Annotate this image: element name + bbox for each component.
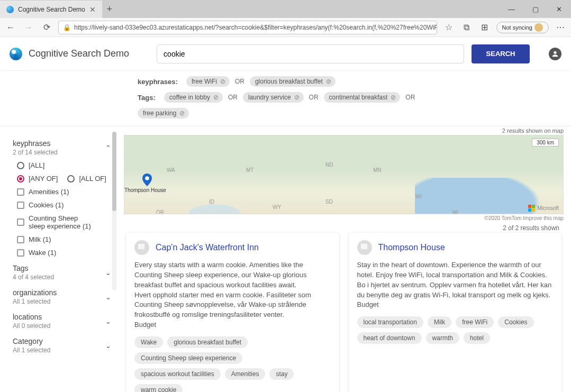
user-avatar-icon[interactable] — [549, 48, 561, 60]
result-tag[interactable]: warmth — [426, 332, 459, 344]
refresh-button[interactable]: ⟳ — [40, 22, 53, 32]
remove-chip-icon[interactable]: ⊘ — [213, 94, 219, 101]
facet-mode-allof[interactable]: [ALL OF] — [67, 175, 106, 183]
favorite-button[interactable]: ☆ — [442, 22, 455, 32]
result-tag[interactable]: stay — [269, 368, 294, 380]
result-tag[interactable]: warm cookie — [134, 384, 183, 392]
new-tab-button[interactable]: + — [102, 0, 117, 18]
back-button[interactable]: ← — [4, 23, 17, 32]
result-tag[interactable]: Milk — [428, 316, 451, 328]
sync-label: Not syncing — [502, 24, 532, 31]
result-tag[interactable]: spacious workout facilities — [134, 368, 221, 380]
result-tag[interactable]: hotel — [464, 332, 490, 344]
facet-head-organizations[interactable]: organizationsAll 1 selected ⌄ — [13, 288, 113, 305]
facet-mode-anyof[interactable]: [ANY OF] — [17, 175, 58, 183]
chevron-down-icon: ⌄ — [103, 269, 113, 277]
facet-head-tags[interactable]: Tags4 of 4 selected ⌄ — [13, 264, 113, 281]
facet-title: locations — [13, 313, 50, 321]
search-input[interactable] — [157, 44, 464, 63]
scrollbar-thumb[interactable] — [112, 132, 116, 211]
result-tag[interactable]: Cookies — [498, 316, 533, 328]
facet-mode-all[interactable]: [ALL] — [17, 161, 113, 169]
result-tags: local transportationMilkfree WiFiCookies… — [357, 316, 554, 344]
facet-head-category[interactable]: CategoryAll 1 selected ⌄ — [13, 337, 113, 354]
facet-title: organizations — [13, 288, 57, 297]
remove-chip-icon[interactable]: ⊘ — [326, 78, 331, 85]
url-field[interactable]: 🔒 https://lively-sand-033e9ec03.azuresta… — [58, 21, 437, 34]
filter-label-tags: Tags: — [138, 94, 156, 102]
state-label: MT — [246, 167, 253, 173]
svg-point-1 — [145, 176, 149, 180]
result-title-link[interactable]: Cap'n Jack's Waterfront Inn — [156, 243, 259, 252]
facet-title: Category — [13, 337, 50, 345]
lock-icon: 🔒 — [63, 24, 71, 31]
app-header: Cognitive Search Demo SEARCH — [0, 37, 571, 71]
search-button[interactable]: SEARCH — [472, 44, 530, 63]
map-pin-thompson[interactable] — [142, 174, 152, 186]
window-controls: — ▢ ✕ — [500, 0, 571, 18]
close-tab-icon[interactable]: ✕ — [89, 5, 96, 14]
facet-head-keyphrases[interactable]: keyphrases 2 of 14 selected ⌃ — [13, 139, 113, 156]
facet-sidebar[interactable]: keyphrases 2 of 14 selected ⌃ [ALL] [ANY… — [0, 126, 116, 392]
filter-chip[interactable]: free parking⊘ — [138, 108, 189, 118]
result-tag[interactable]: glorious breakfast buffet — [167, 336, 248, 348]
filter-row-tags: Tags: coffee in lobby⊘ OR laundry servic… — [138, 92, 433, 118]
facet-body-keyphrases: [ALL] [ANY OF] [ALL OF] Amenities (1) Co… — [13, 161, 113, 257]
result-tag[interactable]: Counting Sheep sleep experience — [134, 352, 242, 364]
result-description: Stay in the heart of downtown. Experienc… — [357, 260, 554, 310]
or-separator: OR — [405, 94, 415, 101]
facet-head-locations[interactable]: locationsAll 0 selected ⌄ — [13, 313, 113, 330]
state-label: SD — [325, 199, 333, 205]
remove-chip-icon[interactable]: ⊘ — [179, 110, 185, 117]
facet-option[interactable]: Cookies (1) — [17, 201, 113, 209]
facet-option[interactable]: Wake (1) — [17, 249, 113, 257]
or-separator: OR — [235, 78, 244, 85]
active-filters: keyphrases: free WiFi⊘ OR glorious break… — [0, 71, 571, 126]
result-tag[interactable]: Wake — [134, 336, 163, 348]
state-label: WA — [167, 167, 175, 173]
folder-icon — [357, 240, 372, 255]
result-tag[interactable]: free WiFi — [456, 316, 494, 328]
result-tag[interactable]: Amenities — [225, 368, 266, 380]
chevron-down-icon: ⌄ — [103, 317, 113, 325]
facet-option[interactable]: Counting Sheep sleep experience (1) — [17, 214, 113, 230]
browser-tab[interactable]: Cognitive Search Demo ✕ — [0, 0, 102, 18]
filter-chip[interactable]: glorious breakfast buffet⊘ — [250, 76, 336, 87]
results-count: 2 of 2 results shown — [116, 222, 571, 233]
result-tag[interactable]: heart of downtown — [357, 332, 422, 344]
facet-option[interactable]: Amenities (1) — [17, 188, 113, 196]
filter-chip[interactable]: free WiFi⊘ — [186, 76, 230, 87]
results-map[interactable]: WAORMTIDWYNVUTCOAZNMNDSDNEKSOKMNIAMOWIIL… — [124, 135, 564, 214]
state-label: WI — [415, 194, 422, 199]
profile-sync-button[interactable]: Not syncing — [496, 22, 549, 33]
facet-option[interactable]: Milk (1) — [17, 235, 113, 243]
map-attribution: Microsoft — [528, 205, 559, 212]
more-button[interactable]: ⋯ — [554, 22, 567, 32]
state-label: OR — [156, 209, 164, 214]
app-title: Cognitive Search Demo — [29, 48, 129, 59]
profile-avatar-icon — [534, 23, 543, 32]
state-label: ND — [325, 162, 333, 168]
close-window-button[interactable]: ✕ — [547, 0, 571, 18]
folder-icon — [134, 240, 149, 255]
forward-button: → — [22, 23, 35, 32]
filter-chip[interactable]: coffee in lobby⊘ — [164, 92, 223, 103]
extensions-button[interactable]: ⊞ — [478, 22, 491, 32]
tab-title: Cognitive Search Demo — [18, 6, 85, 13]
remove-chip-icon[interactable]: ⊘ — [391, 94, 396, 101]
map-copyright[interactable]: ©2020 TomTom Improve this map — [116, 214, 571, 222]
remove-chip-icon[interactable]: ⊘ — [220, 78, 225, 85]
state-label: MI — [452, 209, 458, 214]
collections-button[interactable]: ⧉ — [460, 23, 473, 32]
minimize-button[interactable]: — — [500, 0, 523, 18]
maximize-button[interactable]: ▢ — [523, 0, 547, 18]
remove-chip-icon[interactable]: ⊘ — [294, 94, 300, 101]
titlebar: Cognitive Search Demo ✕ + — ▢ ✕ — [0, 0, 571, 18]
chevron-down-icon: ⌄ — [103, 293, 113, 301]
filter-chip[interactable]: continental breakfast⊘ — [324, 92, 401, 103]
result-tag[interactable]: local transportation — [357, 316, 423, 328]
result-title-link[interactable]: Thompson House — [378, 243, 445, 252]
filter-label-keyphrases: keyphrases: — [138, 78, 178, 86]
address-bar: ← → ⟳ 🔒 https://lively-sand-033e9ec03.az… — [0, 18, 571, 37]
filter-chip[interactable]: laundry service⊘ — [243, 92, 304, 103]
